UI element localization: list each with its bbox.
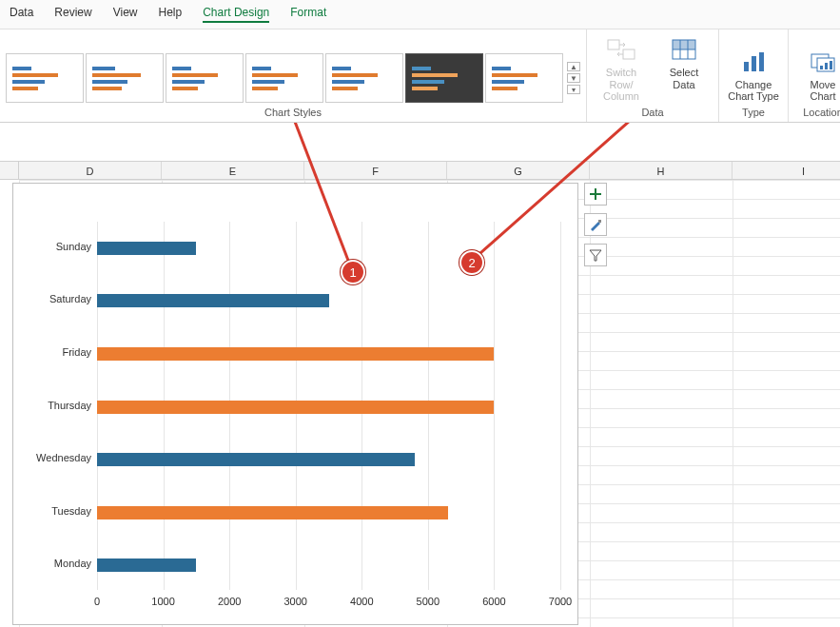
- switch-row-column-icon: [606, 36, 636, 63]
- chart-bar[interactable]: [97, 506, 448, 519]
- callout-1: 1: [341, 260, 365, 284]
- chart-category-label: Thursday: [17, 400, 97, 411]
- change-chart-type-icon: [738, 49, 769, 75]
- svg-rect-14: [830, 61, 832, 69]
- chart-style-thumb-2[interactable]: [86, 53, 164, 103]
- column-headers: D E F G H I: [0, 161, 840, 180]
- chart-style-thumb-1[interactable]: [6, 53, 84, 103]
- chart-bar[interactable]: [97, 401, 494, 414]
- ribbon-group-chart-styles: ▲ ▼ ▾ Chart Styles: [0, 29, 587, 122]
- funnel-icon: [589, 248, 602, 262]
- chart-x-tick-label: 6000: [482, 596, 505, 607]
- chart-style-thumb-3[interactable]: [166, 53, 244, 103]
- chart-style-thumb-4[interactable]: [245, 53, 323, 103]
- chart-bar[interactable]: [97, 242, 196, 255]
- chart-style-thumb-6[interactable]: [405, 53, 483, 103]
- select-data-button[interactable]: Select Data: [655, 32, 713, 103]
- select-data-label: Select Data: [670, 67, 699, 90]
- chart-x-tick-label: 0: [94, 596, 100, 607]
- chart-filters-button[interactable]: [584, 244, 607, 266]
- svg-rect-7: [744, 62, 749, 71]
- svg-rect-0: [608, 40, 619, 49]
- chart-category-label: Tuesday: [17, 505, 97, 517]
- col-header[interactable]: G: [447, 162, 590, 179]
- ribbon-group-data: Switch Row/ Column Select Data Data: [587, 29, 719, 122]
- chart-side-buttons: [584, 183, 607, 266]
- col-header[interactable]: F: [304, 162, 447, 179]
- ribbon-group-label-type: Type: [742, 107, 765, 118]
- chart-bar[interactable]: [97, 453, 415, 466]
- chart-x-tick-label: 3000: [283, 596, 306, 607]
- svg-rect-12: [820, 66, 823, 69]
- move-chart-button[interactable]: Move Chart: [794, 45, 840, 103]
- svg-rect-17: [598, 220, 601, 223]
- chart-x-tick-label: 4000: [350, 596, 373, 607]
- col-header[interactable]: H: [590, 162, 733, 179]
- change-chart-type-button[interactable]: Change Chart Type: [725, 45, 782, 103]
- ribbon-group-type: Change Chart Type Type: [719, 29, 789, 122]
- callout-2: 2: [459, 250, 484, 275]
- embedded-chart[interactable]: SundaySaturdayFridayThursdayWednesdayTue…: [12, 183, 578, 625]
- change-chart-type-label: Change Chart Type: [728, 79, 779, 103]
- ribbon-group-label-data: Data: [641, 107, 663, 118]
- ribbon-group-location: Move Chart Location: [789, 29, 840, 122]
- chart-x-tick-label: 5000: [417, 596, 440, 607]
- svg-rect-1: [623, 49, 635, 59]
- chart-category-label: Friday: [17, 346, 97, 358]
- col-header[interactable]: D: [19, 162, 162, 179]
- menu-data[interactable]: Data: [10, 6, 33, 23]
- menu-help[interactable]: Help: [159, 6, 183, 23]
- menu-bar: Data Review View Help Chart Design Forma…: [0, 0, 840, 29]
- chart-category-label: Monday: [17, 558, 97, 569]
- spinner-down-icon[interactable]: ▼: [567, 73, 580, 83]
- chart-category-label: Saturday: [17, 293, 97, 304]
- col-gutter: [0, 162, 19, 179]
- chart-styles-button[interactable]: [584, 213, 607, 236]
- switch-row-column-label: Switch Row/ Column: [593, 67, 650, 103]
- chart-bar[interactable]: [97, 558, 196, 572]
- menu-review[interactable]: Review: [54, 6, 91, 23]
- chart-plot-area: SundaySaturdayFridayThursdayWednesdayTue…: [97, 222, 558, 590]
- chart-bar[interactable]: [97, 294, 329, 307]
- worksheet-area: D E F G H I SundaySaturdayFridayThursday…: [0, 123, 840, 627]
- chart-category-label: Wednesday: [17, 452, 97, 463]
- svg-rect-13: [825, 63, 828, 69]
- chart-style-thumb-5[interactable]: [325, 53, 403, 103]
- chart-bar[interactable]: [97, 347, 494, 361]
- spinner-up-icon[interactable]: ▲: [567, 62, 580, 71]
- chart-x-axis-labels: 01000200030004000500060007000: [97, 596, 558, 611]
- svg-rect-3: [673, 40, 695, 49]
- ribbon-group-label-location: Location: [803, 107, 840, 118]
- svg-rect-9: [759, 52, 764, 71]
- chart-category-label: Sunday: [17, 241, 97, 252]
- menu-chart-design[interactable]: Chart Design: [203, 6, 269, 23]
- menu-view[interactable]: View: [113, 6, 138, 23]
- move-chart-icon: [808, 49, 838, 75]
- chart-x-tick-label: 1000: [151, 596, 174, 607]
- move-chart-label: Move Chart: [811, 79, 836, 103]
- brush-icon: [589, 218, 602, 231]
- chart-style-thumb-7[interactable]: [485, 53, 563, 103]
- menu-format[interactable]: Format: [290, 6, 326, 23]
- svg-rect-8: [752, 56, 756, 71]
- switch-row-column-button: Switch Row/ Column: [593, 32, 650, 103]
- spinner-more-icon[interactable]: ▾: [567, 85, 580, 94]
- plus-icon: [589, 187, 602, 201]
- ribbon: ▲ ▼ ▾ Chart Styles Switch Row/ Column Se…: [0, 29, 840, 123]
- chart-x-tick-label: 2000: [218, 596, 241, 607]
- chart-elements-button[interactable]: [584, 183, 607, 206]
- select-data-icon: [669, 36, 699, 63]
- col-header[interactable]: E: [162, 162, 304, 179]
- ribbon-group-label-styles: Chart Styles: [264, 107, 322, 118]
- chart-x-tick-label: 7000: [549, 596, 572, 607]
- styles-gallery-spinner[interactable]: ▲ ▼ ▾: [567, 62, 580, 94]
- chart-styles-gallery: ▲ ▼ ▾: [6, 53, 580, 103]
- col-header[interactable]: I: [733, 162, 840, 179]
